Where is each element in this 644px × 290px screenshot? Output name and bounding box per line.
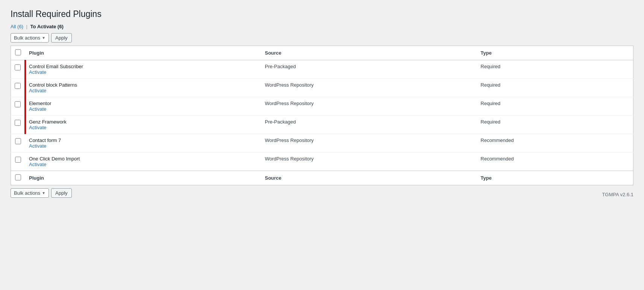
row-checkbox-cell [11,116,26,134]
row-checkbox-cell [11,79,26,97]
activate-link[interactable]: Activate [29,162,46,167]
row-checkbox[interactable] [15,138,21,144]
row-checkbox[interactable] [15,101,21,107]
row-source-cell: Pre-Packaged [261,60,477,79]
filter-separator: | [26,24,27,29]
bottom-bar: Bulk actions ▼ Apply TGMPA v2.6.1 [11,188,633,201]
row-plugin-cell: One Click Demo Import Activate [25,153,261,171]
row-plugin-cell: Control block Patterns Activate [25,79,261,97]
row-checkbox-cell [11,97,26,116]
row-plugin-cell: Control Email Subscriber Activate [25,60,261,79]
plugin-action: Activate [29,106,257,112]
plugin-action: Activate [29,162,257,167]
page-title: Install Required Plugins [11,9,633,19]
row-checkbox[interactable] [15,64,21,70]
top-bulk-actions-chevron-icon: ▼ [42,36,46,40]
plugin-action: Activate [29,88,257,93]
row-plugin-cell: Elementor Activate [25,97,261,116]
bottom-bulk-bar: Bulk actions ▼ Apply [11,188,72,198]
activate-link[interactable]: Activate [29,106,46,112]
plugin-action: Activate [29,69,257,75]
plugin-name: One Click Demo Import [29,156,257,162]
table-row: Control Email Subscriber Activate Pre-Pa… [11,60,633,79]
footer-type: Type [477,171,633,185]
footer-plugin: Plugin [25,171,261,185]
filter-to-activate: To Activate (6) [30,24,64,29]
row-plugin-cell: Contact form 7 Activate [25,134,261,153]
table-row: One Click Demo Import Activate WordPress… [11,153,633,171]
top-apply-button[interactable]: Apply [51,33,72,43]
activate-link[interactable]: Activate [29,88,46,93]
table-body: Control Email Subscriber Activate Pre-Pa… [11,60,633,171]
bottom-bulk-actions-chevron-icon: ▼ [42,191,46,195]
row-source-cell: WordPress Repository [261,134,477,153]
filter-links: All (6) | To Activate (6) [11,24,633,29]
top-bulk-actions-label: Bulk actions [14,35,40,41]
bottom-apply-button[interactable]: Apply [51,188,72,198]
bottom-bulk-actions-select[interactable]: Bulk actions ▼ [11,188,49,198]
plugin-table: Plugin Source Type Control Email Subscri… [11,46,633,185]
row-checkbox[interactable] [15,157,21,163]
plugin-action: Activate [29,125,257,130]
row-plugin-cell: Genz Framework Activate [25,116,261,134]
row-checkbox-cell [11,153,26,171]
activate-link[interactable]: Activate [29,143,46,149]
header-checkbox-cell [11,46,26,60]
select-all-checkbox-top[interactable] [15,49,21,55]
table-row: Genz Framework Activate Pre-Packaged Req… [11,116,633,134]
row-type-cell: Recommended [477,153,633,171]
row-source-cell: Pre-Packaged [261,116,477,134]
plugin-name: Control Email Subscriber [29,64,257,69]
header-plugin: Plugin [25,46,261,60]
row-checkbox-cell [11,60,26,79]
table-row: Contact form 7 Activate WordPress Reposi… [11,134,633,153]
top-bulk-bar: Bulk actions ▼ Apply [11,33,633,43]
filter-all[interactable]: All (6) [11,24,23,29]
top-bulk-actions-select[interactable]: Bulk actions ▼ [11,33,49,43]
bottom-bulk-actions-label: Bulk actions [14,190,40,196]
row-type-cell: Required [477,60,633,79]
select-all-checkbox-bottom[interactable] [15,174,21,180]
footer-checkbox-cell [11,171,26,185]
header-type: Type [477,46,633,60]
row-type-cell: Required [477,79,633,97]
plugin-name: Control block Patterns [29,82,257,88]
activate-link[interactable]: Activate [29,69,46,75]
row-checkbox[interactable] [15,83,21,89]
row-checkbox[interactable] [15,120,21,126]
header-source: Source [261,46,477,60]
row-source-cell: WordPress Repository [261,153,477,171]
row-type-cell: Required [477,116,633,134]
row-type-cell: Recommended [477,134,633,153]
footer-source: Source [261,171,477,185]
plugin-name: Genz Framework [29,119,257,125]
table-header-row: Plugin Source Type [11,46,633,60]
table-row: Elementor Activate WordPress Repository … [11,97,633,116]
tgmpa-version: TGMPA v2.6.1 [602,192,633,197]
plugin-action: Activate [29,143,257,149]
plugin-name: Elementor [29,101,257,106]
row-source-cell: WordPress Repository [261,79,477,97]
row-type-cell: Required [477,97,633,116]
row-checkbox-cell [11,134,26,153]
plugin-name: Contact form 7 [29,137,257,143]
table-footer-row: Plugin Source Type [11,171,633,185]
activate-link[interactable]: Activate [29,125,46,130]
table-row: Control block Patterns Activate WordPres… [11,79,633,97]
table-footer: Plugin Source Type [11,171,633,185]
table-header: Plugin Source Type [11,46,633,60]
row-source-cell: WordPress Repository [261,97,477,116]
